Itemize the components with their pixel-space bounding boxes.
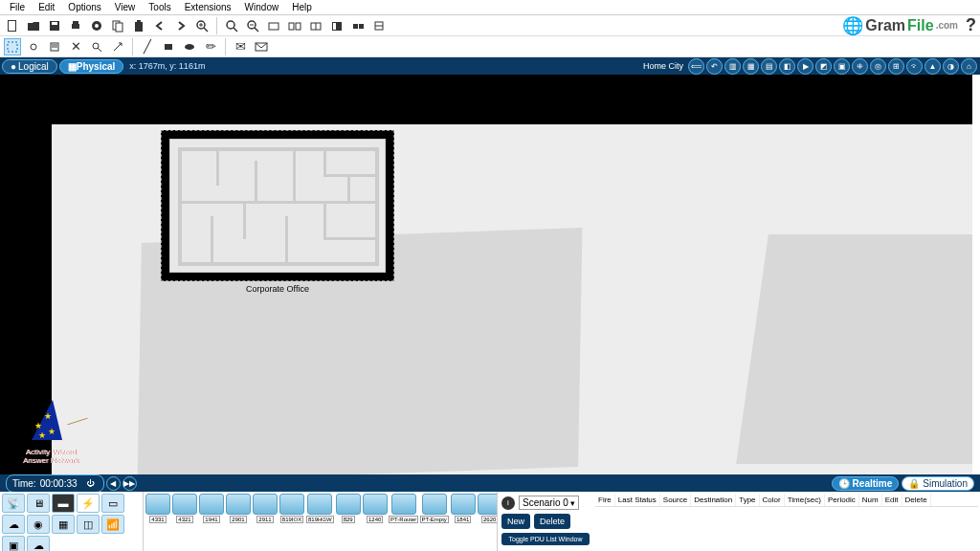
new-scenario-button[interactable]: New	[501, 514, 530, 529]
nav-tool5-icon[interactable]: ▶	[797, 58, 813, 75]
col-edit[interactable]: Edit	[882, 494, 902, 506]
simple-pdu-icon[interactable]: ✉	[232, 38, 249, 55]
cat-end-icon[interactable]: 🖥	[27, 494, 50, 513]
device-819hgw[interactable]: 819HGW	[306, 494, 334, 528]
note-tool-icon[interactable]	[46, 38, 63, 55]
nav-image-icon[interactable]: ▲	[924, 58, 941, 75]
rect-tool-icon[interactable]	[160, 38, 177, 55]
cat-router-icon[interactable]: ◉	[27, 515, 50, 534]
device-4321[interactable]: 4321	[172, 494, 197, 528]
menu-options[interactable]: Options	[62, 1, 106, 13]
logical-view-button[interactable]: ●Logical	[2, 59, 57, 74]
zoom-reset-icon[interactable]	[223, 17, 240, 34]
corporate-office-building[interactable]: Corporate Office	[161, 130, 394, 294]
delete-scenario-button[interactable]: Delete	[534, 514, 570, 529]
nav-tool9-icon[interactable]: ◎	[870, 58, 886, 75]
nav-tool4-icon[interactable]: ◧	[779, 58, 795, 75]
device-1240[interactable]: 1240	[363, 494, 388, 528]
freeform-tool-icon[interactable]: ✏	[202, 38, 219, 55]
col-source[interactable]: Source	[660, 494, 691, 506]
ellipse-tool-icon[interactable]	[181, 38, 198, 55]
new-icon[interactable]	[4, 17, 21, 34]
cat-wan-icon[interactable]: ☁	[27, 536, 50, 551]
print-icon[interactable]	[67, 17, 84, 34]
cat-wireless-icon[interactable]: 📶	[101, 515, 124, 534]
step-forward-icon[interactable]: ▶▶	[122, 476, 137, 491]
device-819iox[interactable]: 819IOX	[279, 494, 304, 528]
palette3-icon[interactable]	[307, 17, 324, 34]
help-icon[interactable]: ?	[966, 15, 976, 35]
save-icon[interactable]	[46, 17, 63, 34]
device-pt-router[interactable]: PT-Router	[390, 494, 418, 528]
menu-edit[interactable]: Edit	[33, 1, 60, 13]
zoom-in-icon[interactable]	[193, 17, 211, 34]
physical-canvas[interactable]: Corporate Office ★ ★ ★ ★ Activity Wizard…	[0, 75, 980, 474]
palette5-icon[interactable]	[349, 17, 367, 34]
paste-icon[interactable]	[130, 17, 147, 34]
open-icon[interactable]	[25, 17, 42, 34]
redo-icon[interactable]	[172, 17, 189, 34]
delete-tool-icon[interactable]: ✕	[67, 38, 84, 55]
move-tool-icon[interactable]	[25, 38, 42, 55]
cat-connections-icon[interactable]: ⚡	[77, 494, 100, 513]
physical-view-button[interactable]: ▦ Physical	[59, 59, 124, 74]
palette1-icon[interactable]	[265, 17, 282, 34]
undo-icon[interactable]	[151, 17, 168, 34]
palette4-icon[interactable]	[328, 17, 345, 34]
col-num[interactable]: Num	[859, 494, 882, 506]
cat-switch-icon[interactable]: ▦	[52, 515, 75, 534]
device-2620[interactable]: 2620	[478, 494, 497, 528]
col-delete[interactable]: Delete	[902, 494, 931, 506]
col-color[interactable]: Color	[760, 494, 785, 506]
select-tool-icon[interactable]	[4, 38, 21, 55]
cat-security-icon[interactable]: ▣	[2, 536, 25, 551]
complex-pdu-icon[interactable]	[253, 38, 270, 55]
device-4331[interactable]: 4331	[145, 494, 170, 528]
nav-env-icon[interactable]: ◑	[943, 58, 959, 75]
col-type[interactable]: Type	[736, 494, 759, 506]
device-1941[interactable]: 1941	[199, 494, 224, 528]
nav-tool2-icon[interactable]: ▦	[743, 58, 759, 75]
device-pt-empty[interactable]: PT-Empty	[420, 494, 449, 528]
menu-help[interactable]: Help	[286, 1, 318, 13]
cat-hub-icon[interactable]: ◫	[77, 515, 100, 534]
menu-window[interactable]: Window	[239, 1, 285, 13]
simulation-mode-button[interactable]: 🔒 Simulation	[902, 476, 974, 491]
power-icon[interactable]: ⏻	[83, 476, 98, 491]
nav-tool3-icon[interactable]: ▤	[761, 58, 777, 75]
line-tool-icon[interactable]: ╱	[139, 38, 156, 55]
nav-wifi-icon[interactable]: ᯤ	[906, 58, 923, 75]
col-destination[interactable]: Destination	[691, 494, 736, 506]
cat-multiuser-icon[interactable]: ☁	[2, 515, 25, 534]
device-1841[interactable]: 1841	[451, 494, 476, 528]
nav-tool7-icon[interactable]: ▣	[834, 58, 850, 75]
col-time[interactable]: Time(sec)	[785, 494, 825, 506]
inspect-tool-icon[interactable]	[88, 38, 105, 55]
zoom-out-icon[interactable]	[244, 17, 261, 34]
cat-network-icon[interactable]: 📡	[2, 494, 25, 513]
vertical-scrollbar[interactable]	[972, 75, 980, 474]
palette2-icon[interactable]	[286, 17, 303, 34]
nav-grid-icon[interactable]: ⊞	[888, 58, 904, 75]
realtime-mode-button[interactable]: 🕒 Realtime	[832, 476, 900, 491]
nav-tool1-icon[interactable]: ▥	[724, 58, 741, 75]
nav-home-icon[interactable]: ⌂	[961, 58, 977, 75]
device-829[interactable]: 829	[336, 494, 361, 528]
col-periodic[interactable]: Periodic	[825, 494, 859, 506]
device-2901[interactable]: 2901	[226, 494, 251, 528]
menu-extensions[interactable]: Extensions	[179, 1, 237, 13]
menu-view[interactable]: View	[109, 1, 142, 13]
scenario-info-icon[interactable]: i	[501, 496, 515, 510]
nav-undo-icon[interactable]: ↶	[706, 58, 723, 75]
palette6-icon[interactable]	[370, 17, 388, 34]
nav-back-icon[interactable]: ⟸	[688, 58, 704, 75]
copy-icon[interactable]	[109, 17, 126, 34]
step-back-icon[interactable]: ◀	[106, 476, 121, 491]
nav-tool8-icon[interactable]: ⁜	[852, 58, 868, 75]
cat-misc-icon[interactable]: ▭	[101, 494, 124, 513]
col-last-status[interactable]: Last Status	[615, 494, 660, 506]
resize-tool-icon[interactable]	[109, 38, 126, 55]
wizard-icon[interactable]	[88, 17, 105, 34]
menu-tools[interactable]: Tools	[143, 1, 176, 13]
menu-file[interactable]: File	[4, 1, 31, 13]
